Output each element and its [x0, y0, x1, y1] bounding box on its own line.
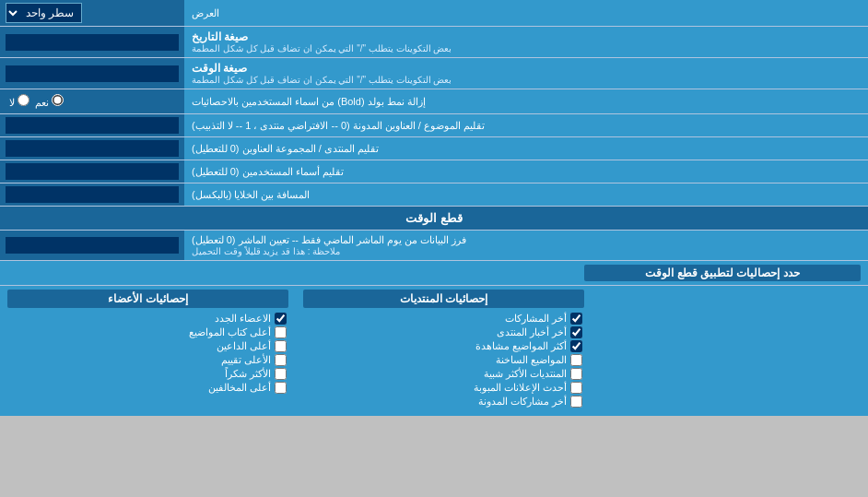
radio-yes[interactable]: [52, 94, 64, 106]
radio-no-label: لا: [9, 94, 29, 109]
stat-last-posts: أخر المشاركات: [303, 312, 584, 325]
username-trim-label: تقليم أسماء المستخدمين (0 للتعطيل): [184, 160, 868, 183]
radio-no[interactable]: [18, 94, 29, 106]
stats-columns: إحصائيات المنتديات أخر المشاركات أخر أخب…: [0, 286, 868, 416]
display-mode-input-cell: سطر واحد سطرين ثلاثة أسطر: [0, 0, 184, 26]
bold-remove-input-cell: نعم لا: [0, 89, 184, 113]
stats-empty-col: [592, 290, 868, 408]
stat-popular-forums: المنتديات الأكثر شبية: [303, 367, 584, 381]
cutoff-input-cell: 0: [0, 231, 184, 260]
stat-new-members: الاعضاء الجدد: [7, 312, 288, 325]
cb-top-posters[interactable]: [275, 326, 287, 338]
stat-blog-posts: أخر مشاركات المدونة: [303, 395, 584, 408]
stat-top-referrers: أعلى الداعين: [7, 339, 288, 353]
topic-trim-label: تقليم الموضوع / العناوين المدونة (0 -- ا…: [184, 114, 868, 136]
forum-trim-label: تقليم المنتدى / المجموعة العناوين (0 للت…: [184, 137, 868, 160]
stat-forum-news-label: أخر أخبار المنتدى: [497, 326, 567, 338]
bold-remove-label: إزالة نمط بولد (Bold) من اسماء المستخدمي…: [184, 89, 868, 113]
cutoff-label: فرز البيانات من يوم الماشر الماضي فقط --…: [184, 231, 868, 260]
cell-spacing-label: المسافة بين الخلايا (بالبكسل): [184, 183, 868, 206]
username-trim-input[interactable]: 0: [6, 163, 179, 180]
forum-trim-input-cell: 33: [0, 137, 184, 160]
stats-header-row: حدد إحصاليات لتطبيق قطع الوقت: [0, 261, 868, 286]
date-format-row: صيغة التاريخ بعض التكوينات يتطلب "/" الت…: [0, 27, 868, 58]
stat-hot-topics-label: المواضيع الساخنة: [496, 354, 567, 366]
cb-top-referrers[interactable]: [275, 340, 287, 352]
stats-spacer: [7, 265, 584, 281]
username-trim-input-cell: 0: [0, 160, 184, 183]
stats-header-label-cell: حدد إحصاليات لتطبيق قطع الوقت: [584, 265, 861, 281]
cell-spacing-input[interactable]: 2: [6, 186, 179, 203]
topic-trim-row: تقليم الموضوع / العناوين المدونة (0 -- ا…: [0, 114, 868, 137]
display-mode-label: العرض: [184, 0, 868, 26]
time-format-input-cell: H:i: [0, 58, 184, 89]
cb-classifieds[interactable]: [570, 382, 582, 394]
stat-last-posts-label: أخر المشاركات: [505, 313, 567, 325]
time-format-label: صيغة الوقت بعض التكوينات يتطلب "/" التي …: [184, 58, 868, 89]
stat-blog-posts-label: أخر مشاركات المدونة: [478, 396, 567, 408]
cb-most-viewed[interactable]: [570, 340, 582, 352]
stat-most-viewed: أكثر المواضيع مشاهدة: [303, 339, 584, 353]
topic-trim-input[interactable]: 33: [6, 117, 179, 134]
display-mode-row: العرض سطر واحد سطرين ثلاثة أسطر: [0, 0, 868, 27]
cell-spacing-input-cell: 2: [0, 183, 184, 206]
stat-popular-forums-label: المنتديات الأكثر شبية: [484, 368, 567, 380]
stat-most-thanked-label: الأكثر شكراً: [225, 368, 271, 380]
members-stats-header: إحصائيات الأعضاء: [7, 290, 288, 308]
cb-top-rated[interactable]: [275, 354, 287, 366]
stat-top-violators: أعلى المخالفين: [7, 381, 288, 395]
cb-most-thanked[interactable]: [275, 368, 287, 380]
stat-hot-topics: المواضيع الساخنة: [303, 353, 584, 367]
stat-top-posters: أعلى كتاب المواضيع: [7, 325, 288, 339]
cb-forum-news[interactable]: [570, 326, 582, 338]
stat-top-violators-label: أعلى المخالفين: [208, 382, 271, 394]
date-format-input-cell: d-m: [0, 27, 184, 57]
username-trim-row: تقليم أسماء المستخدمين (0 للتعطيل) 0: [0, 160, 868, 183]
cb-hot-topics[interactable]: [570, 354, 582, 366]
radio-yes-label: نعم: [35, 94, 64, 109]
time-format-input[interactable]: H:i: [6, 65, 179, 82]
stat-classifieds: أحدث الإعلانات المبوبة: [303, 381, 584, 395]
time-format-row: صيغة الوقت بعض التكوينات يتطلب "/" التي …: [0, 58, 868, 89]
stat-top-posters-label: أعلى كتاب المواضيع: [189, 326, 271, 338]
display-mode-select[interactable]: سطر واحد سطرين ثلاثة أسطر: [6, 3, 82, 23]
stat-top-rated-label: الأعلى تقييم: [221, 354, 271, 366]
stat-classifieds-label: أحدث الإعلانات المبوبة: [474, 382, 567, 394]
stats-posts-col: إحصائيات المنتديات أخر المشاركات أخر أخب…: [296, 290, 592, 408]
cell-spacing-row: المسافة بين الخلايا (بالبكسل) 2: [0, 183, 868, 207]
stat-top-rated: الأعلى تقييم: [7, 353, 288, 367]
cutoff-row: فرز البيانات من يوم الماشر الماضي فقط --…: [0, 231, 868, 261]
cb-blog-posts[interactable]: [570, 396, 582, 408]
cb-popular-forums[interactable]: [570, 368, 582, 380]
forum-trim-row: تقليم المنتدى / المجموعة العناوين (0 للت…: [0, 137, 868, 160]
stat-forum-news: أخر أخبار المنتدى: [303, 325, 584, 339]
stat-most-viewed-label: أكثر المواضيع مشاهدة: [475, 340, 567, 352]
bold-remove-row: إزالة نمط بولد (Bold) من اسماء المستخدمي…: [0, 89, 868, 114]
cutoff-section-header: قطع الوقت: [0, 207, 868, 231]
bold-radio-group: نعم لا: [6, 92, 67, 111]
cb-new-members[interactable]: [275, 313, 287, 325]
cb-top-violators[interactable]: [275, 382, 287, 394]
stat-top-referrers-label: أعلى الداعين: [217, 340, 271, 352]
cutoff-input[interactable]: 0: [6, 237, 179, 254]
topic-trim-input-cell: 33: [0, 114, 184, 136]
stats-apply-label: حدد إحصاليات لتطبيق قطع الوقت: [584, 265, 861, 281]
posts-stats-header: إحصائيات المنتديات: [303, 290, 584, 308]
cb-last-posts[interactable]: [570, 313, 582, 325]
stats-members-col: إحصائيات الأعضاء الاعضاء الجدد أعلى كتاب…: [0, 290, 296, 408]
stat-new-members-label: الاعضاء الجدد: [215, 313, 271, 325]
forum-trim-input[interactable]: 33: [6, 140, 179, 157]
stat-most-thanked: الأكثر شكراً: [7, 367, 288, 381]
date-format-input[interactable]: d-m: [6, 34, 179, 51]
date-format-label: صيغة التاريخ بعض التكوينات يتطلب "/" الت…: [184, 27, 868, 57]
